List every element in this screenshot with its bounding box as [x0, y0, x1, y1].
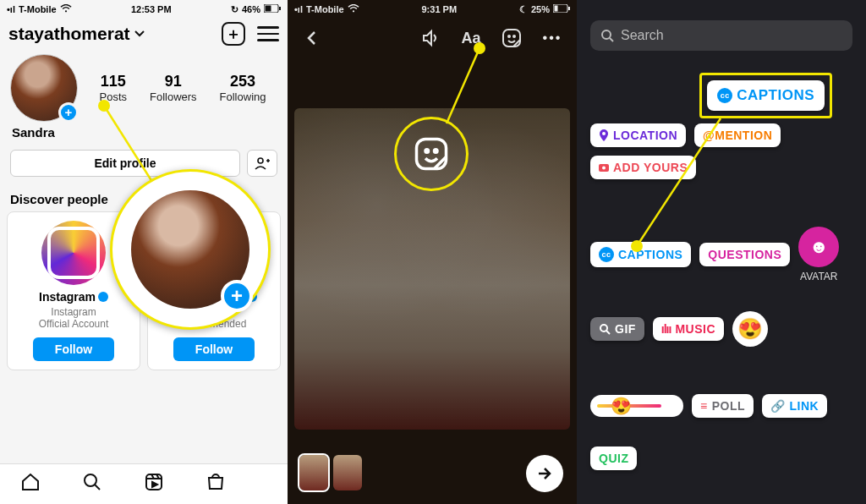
search-tab[interactable]	[82, 472, 102, 497]
svg-point-19	[602, 30, 611, 39]
status-bar: •ıl T-Mobile 12:53 PM ↻ 46%	[0, 0, 288, 19]
link-icon: 🔗	[770, 399, 786, 413]
avatar-icon: ☻	[798, 227, 839, 267]
svg-point-14	[513, 36, 515, 37]
speaker-icon	[421, 29, 440, 47]
carrier-label: T-Mobile	[19, 4, 57, 14]
poll-icon: ≡	[700, 399, 708, 413]
svg-rect-3	[279, 7, 281, 10]
chevron-down-icon	[134, 28, 145, 40]
quiz-sticker[interactable]: QUIZ	[590, 446, 637, 470]
sticker-search-input[interactable]: Search	[590, 20, 852, 51]
clock-label: 12:53 PM	[131, 4, 172, 14]
battery-label: 46%	[242, 4, 260, 14]
arrow-right-icon	[535, 464, 554, 483]
svg-point-4	[258, 158, 263, 163]
soundwave-icon: ılıı	[661, 322, 671, 336]
back-button[interactable]	[299, 25, 325, 51]
follow-button[interactable]: Follow	[33, 337, 114, 361]
annotation-dot	[98, 100, 110, 112]
battery-icon	[264, 4, 281, 14]
dnd-moon-icon: ☾	[519, 4, 528, 15]
svg-point-8	[352, 10, 354, 12]
cc-badge-icon: cc	[599, 247, 614, 262]
create-post-button[interactable]: ＋	[222, 22, 245, 46]
emoji-sticker[interactable]: 😍	[732, 311, 768, 347]
search-icon	[600, 29, 614, 42]
media-thumbnail[interactable]	[333, 455, 362, 490]
carrier-label: T-Mobile	[306, 4, 344, 14]
add-yours-sticker[interactable]: ADD YOURS	[590, 156, 696, 179]
annotation-highlight-captions: cc CAPTIONS	[699, 73, 832, 118]
search-icon	[599, 323, 611, 335]
chevron-left-icon	[304, 30, 321, 47]
questions-sticker[interactable]: QUESTIONS	[699, 243, 790, 266]
emoji-slider-sticker[interactable]: 😍	[590, 395, 683, 417]
discover-people-button[interactable]	[247, 150, 277, 177]
stat-posts[interactable]: 115 Posts	[99, 73, 127, 103]
svg-rect-2	[266, 6, 271, 12]
search-placeholder: Search	[621, 28, 664, 43]
captions-sticker-large: cc CAPTIONS	[707, 80, 825, 111]
add-person-icon	[255, 156, 270, 170]
mention-sticker[interactable]: @MENTION	[694, 123, 781, 147]
svg-point-23	[600, 325, 607, 331]
pin-icon	[599, 129, 609, 141]
refresh-icon: ↻	[231, 4, 238, 15]
svg-rect-12	[503, 30, 520, 47]
gif-sticker[interactable]: GIF	[590, 317, 644, 341]
instagram-logo-icon	[41, 221, 106, 285]
more-button[interactable]: •••	[540, 25, 565, 51]
sticker-button[interactable]	[499, 25, 524, 51]
follow-button[interactable]: Follow	[173, 337, 255, 361]
avatar-sticker[interactable]: ☻ AVATAR	[798, 227, 839, 282]
reels-tab[interactable]	[144, 472, 164, 497]
annotation-dot	[474, 42, 485, 54]
wifi-icon	[348, 4, 359, 14]
bottom-tab-bar	[0, 463, 288, 504]
add-story-badge[interactable]: +	[58, 102, 79, 123]
media-thumbnail[interactable]	[299, 455, 328, 490]
music-sticker[interactable]: ılıı MUSIC	[653, 317, 724, 341]
home-tab[interactable]	[20, 472, 41, 497]
link-sticker[interactable]: 🔗 LINK	[762, 394, 827, 418]
svg-rect-11	[568, 7, 570, 10]
shop-tab[interactable]	[206, 472, 226, 497]
annotation-callout-sticker	[394, 117, 469, 191]
menu-button[interactable]	[257, 26, 279, 41]
profile-panel: •ıl T-Mobile 12:53 PM ↻ 46% stayathomera…	[0, 0, 288, 504]
svg-point-17	[425, 150, 429, 153]
svg-point-5	[85, 474, 96, 486]
verified-icon	[98, 292, 108, 302]
svg-rect-10	[555, 6, 558, 12]
cc-badge-icon: cc	[717, 88, 732, 103]
camera-icon	[599, 162, 609, 173]
poll-sticker[interactable]: ≡ POLL	[692, 394, 754, 418]
next-button[interactable]	[526, 455, 563, 492]
svg-point-22	[602, 167, 606, 170]
username-dropdown[interactable]: stayathomerat	[8, 24, 145, 44]
battery-icon	[553, 4, 570, 14]
location-sticker[interactable]: LOCATION	[590, 123, 686, 147]
audio-button[interactable]	[418, 25, 443, 51]
svg-point-13	[508, 36, 510, 37]
annotation-callout-avatar: +	[110, 169, 271, 330]
battery-label: 25%	[531, 4, 550, 14]
sticker-icon	[502, 28, 522, 48]
svg-point-20	[602, 132, 606, 135]
svg-rect-16	[417, 140, 447, 169]
svg-point-0	[64, 10, 66, 12]
svg-point-18	[435, 150, 438, 153]
stat-followers[interactable]: 91 Followers	[150, 73, 197, 103]
clock-label: 9:31 PM	[421, 4, 457, 14]
profile-avatar[interactable]: +	[10, 54, 78, 122]
username-label: stayathomerat	[8, 24, 130, 44]
annotation-dot	[631, 240, 643, 252]
sticker-tray-panel: Search cc CAPTIONS LOCATION @MENTION ADD…	[577, 0, 866, 504]
stat-following[interactable]: 253 Following	[220, 73, 266, 103]
display-name: Sandra	[0, 122, 288, 143]
story-editor-panel: •ıl T-Mobile 9:31 PM ☾ 25% Aa	[288, 0, 577, 504]
wifi-icon	[60, 4, 72, 14]
